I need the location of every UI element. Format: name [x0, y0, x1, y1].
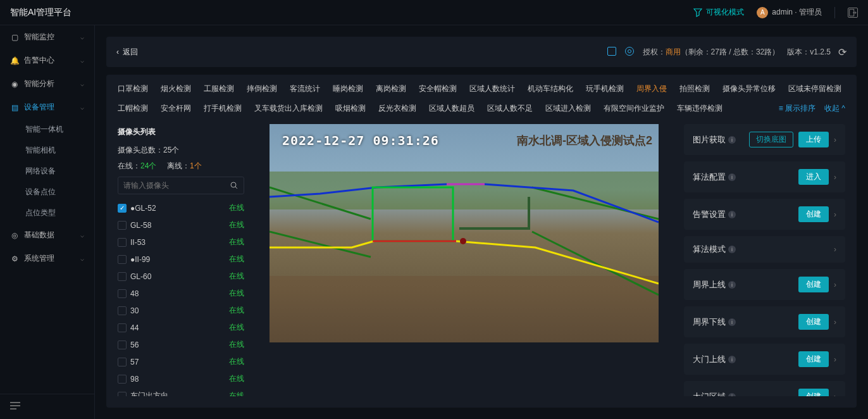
detection-tab[interactable]: 打手机检测: [204, 103, 242, 114]
detection-tab[interactable]: 吸烟检测: [335, 103, 366, 114]
camera-item[interactable]: II-53在线: [118, 234, 244, 251]
camera-checkbox[interactable]: [118, 392, 127, 397]
info-icon[interactable]: i: [728, 393, 736, 397]
exit-icon[interactable]: [848, 8, 858, 18]
info-icon[interactable]: i: [728, 318, 736, 326]
chevron-right-icon[interactable]: ›: [834, 280, 836, 289]
collapse-action[interactable]: 收起 ^: [824, 103, 845, 114]
camera-checkbox[interactable]: [118, 255, 127, 264]
list-icon[interactable]: [607, 47, 617, 57]
detection-tab[interactable]: 摔倒检测: [247, 84, 277, 94]
detection-tab[interactable]: 机动车结构化: [528, 84, 573, 94]
detection-tab[interactable]: 客流统计: [290, 84, 320, 94]
detection-tab[interactable]: 工帽检测: [118, 103, 148, 114]
sidebar-item-4[interactable]: ◎基础数据⌵: [0, 223, 94, 247]
detection-tab[interactable]: 安全帽检测: [419, 84, 457, 94]
detection-tab[interactable]: 玩手机检测: [586, 84, 624, 94]
chevron-right-icon[interactable]: ›: [834, 318, 836, 327]
info-icon[interactable]: i: [728, 281, 736, 289]
camera-item[interactable]: 98在线: [118, 370, 244, 387]
config-button[interactable]: 创建: [798, 277, 829, 292]
settings-icon[interactable]: [625, 47, 635, 57]
camera-checkbox[interactable]: [118, 341, 127, 349]
camera-item[interactable]: 57在线: [118, 353, 244, 370]
config-button[interactable]: 进入: [798, 169, 829, 185]
detection-tab[interactable]: 摄像头异常位移: [722, 84, 776, 94]
camera-checkbox[interactable]: [118, 323, 127, 332]
detection-tab[interactable]: 叉车载货出入库检测: [254, 103, 323, 114]
camera-item[interactable]: ●II-99在线: [118, 251, 244, 268]
camera-item[interactable]: 30在线: [118, 302, 244, 319]
chevron-right-icon[interactable]: ›: [834, 210, 836, 219]
chevron-right-icon[interactable]: ›: [834, 245, 836, 254]
config-button[interactable]: 创建: [798, 389, 829, 396]
sidebar-sub-1[interactable]: 智能相机: [0, 140, 94, 161]
detection-tab[interactable]: 烟火检测: [161, 84, 191, 94]
info-icon[interactable]: i: [728, 211, 736, 218]
detection-tab[interactable]: 区域人数统计: [469, 84, 515, 94]
sidebar-item-0[interactable]: ▢智能监控⌵: [0, 25, 94, 49]
detection-tab[interactable]: 区域未停留检测: [788, 84, 841, 94]
chevron-right-icon[interactable]: ›: [834, 173, 836, 182]
detection-tab[interactable]: 区域人数超员: [429, 103, 474, 114]
detection-tab[interactable]: 睡岗检测: [333, 84, 363, 94]
camera-checkbox[interactable]: [118, 221, 127, 230]
detection-tab[interactable]: 离岗检测: [376, 84, 406, 94]
detection-tab[interactable]: 区域人数不足: [487, 103, 533, 114]
camera-item[interactable]: 东门出方向在线: [118, 387, 244, 396]
camera-checkbox[interactable]: [118, 358, 127, 366]
camera-checkbox[interactable]: ✓: [118, 204, 127, 213]
camera-item[interactable]: 44在线: [118, 319, 244, 336]
info-icon[interactable]: i: [728, 356, 736, 363]
detection-tab[interactable]: 车辆违停检测: [677, 103, 722, 114]
config-button[interactable]: 上传: [798, 132, 829, 147]
info-icon[interactable]: i: [728, 173, 736, 181]
search-button[interactable]: [225, 177, 244, 194]
user-info[interactable]: A admin · 管理员: [757, 7, 822, 18]
info-icon[interactable]: i: [728, 246, 736, 253]
chevron-right-icon[interactable]: ›: [834, 135, 836, 144]
camera-item[interactable]: 56在线: [118, 336, 244, 353]
chevron-right-icon[interactable]: ›: [834, 392, 836, 397]
detection-tab[interactable]: 有限空间作业监护: [604, 103, 664, 114]
search-input[interactable]: [118, 177, 225, 194]
back-button[interactable]: ‹ 返回: [116, 47, 138, 58]
sidebar-item-1[interactable]: 🔔告警中心⌵: [0, 49, 94, 72]
sidebar-item-3[interactable]: ▤设备管理⌵: [0, 96, 94, 119]
camera-item[interactable]: ✓●GL-52在线: [118, 199, 244, 216]
config-button[interactable]: 创建: [798, 206, 829, 222]
detection-tab[interactable]: 周界入侵: [636, 84, 667, 94]
camera-checkbox[interactable]: [118, 272, 127, 281]
detection-tab[interactable]: 口罩检测: [118, 84, 148, 94]
chevron-right-icon[interactable]: ›: [834, 355, 836, 364]
sidebar-item-5[interactable]: ⚙系统管理⌵: [0, 247, 94, 270]
camera-checkbox[interactable]: [118, 289, 127, 298]
config-button[interactable]: 创建: [798, 351, 829, 367]
camera-item[interactable]: GL-58在线: [118, 216, 244, 234]
chevron-down-icon: ⌵: [80, 104, 84, 111]
sidebar-sub-3[interactable]: 设备点位: [0, 182, 94, 203]
detection-tab[interactable]: 安全杆网: [161, 103, 191, 114]
camera-item[interactable]: 48在线: [118, 285, 244, 302]
camera-item[interactable]: GL-60在线: [118, 268, 244, 285]
sidebar-collapse[interactable]: [0, 394, 94, 419]
vis-mode-link[interactable]: 可视化模式: [693, 7, 744, 18]
camera-checkbox[interactable]: [118, 238, 127, 247]
sidebar-sub-2[interactable]: 网络设备: [0, 161, 94, 182]
sort-action[interactable]: ≡ 展示排序: [779, 103, 815, 114]
config-button[interactable]: 创建: [798, 314, 829, 330]
camera-status: 在线: [229, 220, 244, 230]
refresh-icon[interactable]: ⟳: [838, 46, 846, 58]
info-icon[interactable]: i: [728, 136, 736, 144]
config-button[interactable]: 切换底图: [749, 132, 793, 147]
detection-tab[interactable]: 拍照检测: [679, 84, 710, 94]
camera-checkbox[interactable]: [118, 375, 127, 384]
video-frame[interactable]: 2022-12-27 09:31:26 南水北调-区域入侵测试点2: [270, 124, 659, 342]
sidebar-sub-0[interactable]: 智能一体机: [0, 119, 94, 140]
sidebar-sub-4[interactable]: 点位类型: [0, 203, 94, 223]
detection-tab[interactable]: 反光衣检测: [378, 103, 416, 114]
detection-tab[interactable]: 工服检测: [204, 84, 234, 94]
sidebar-item-2[interactable]: ◉智能分析⌵: [0, 72, 94, 96]
camera-checkbox[interactable]: [118, 306, 127, 315]
detection-tab[interactable]: 区域进入检测: [545, 103, 591, 114]
